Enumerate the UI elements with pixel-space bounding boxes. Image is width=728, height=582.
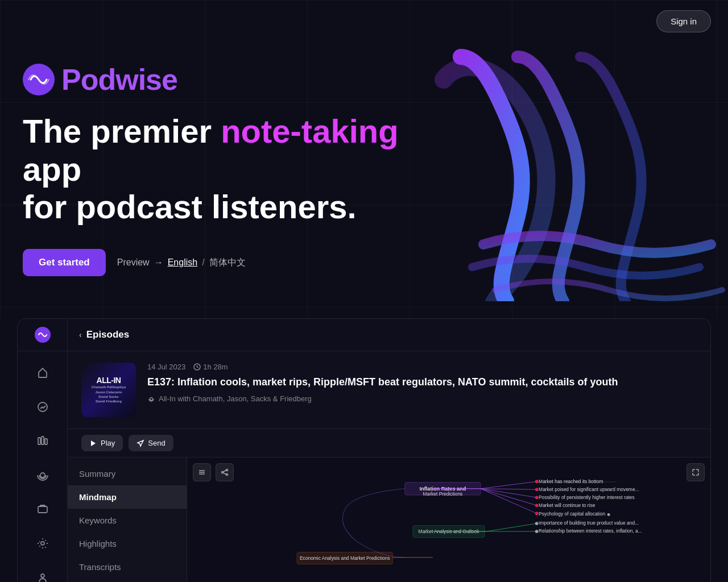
podwise-logo-icon	[23, 64, 55, 95]
svg-point-30	[535, 530, 539, 533]
hero-title-before: The premier	[23, 113, 221, 149]
episode-title: E137: Inflation cools, market rips, Ripp…	[147, 376, 697, 389]
svg-line-17	[481, 489, 536, 489]
svg-point-11	[150, 397, 153, 400]
svg-line-19	[481, 489, 536, 506]
svg-rect-7	[38, 506, 47, 513]
sidebar-icon-cards[interactable]	[32, 499, 53, 519]
svg-text:Economic Analysis and Market P: Economic Analysis and Market Predictions	[300, 555, 390, 561]
tab-shownotes[interactable]: Shownotes	[68, 579, 187, 582]
svg-point-8	[41, 542, 44, 545]
preview-row: Preview → English / 简体中文	[117, 257, 246, 269]
preview-arrow: →	[154, 257, 163, 268]
expand-icon	[692, 468, 700, 476]
page-header: Sign in	[0, 0, 728, 43]
hero-section: Podwise The premier note-taking appfor p…	[0, 0, 728, 318]
send-label: Send	[148, 439, 165, 447]
podcast-name-text: All-In with Chamath, Jason, Sacks & Frie…	[159, 394, 312, 403]
sidebar-icon-library[interactable]	[32, 431, 53, 451]
play-icon	[89, 439, 97, 447]
svg-point-15	[226, 474, 228, 476]
mindmap-toolbar	[193, 463, 234, 481]
episode-info: 14 Jul 2023 1h 28m E137: Inflation cools…	[147, 363, 697, 403]
app-logo-area	[18, 319, 68, 351]
tab-summary[interactable]: Summary	[68, 462, 187, 485]
svg-marker-12	[91, 440, 96, 446]
svg-text:Market Predictions: Market Predictions	[423, 491, 463, 497]
tab-mindmap[interactable]: Mindmap	[68, 485, 187, 509]
get-started-button[interactable]: Get started	[23, 249, 106, 276]
sidebar-icon-home[interactable]	[32, 363, 53, 383]
svg-text:Importance of building true pr: Importance of building true product valu…	[539, 520, 639, 526]
episode-date: 14 Jul 2023	[147, 363, 185, 371]
app-preview: ‹ Episodes	[17, 318, 711, 582]
back-chevron-icon[interactable]: ‹	[79, 330, 82, 339]
thumbnail-names: Chamath PalihapitiyaJason CalacanisDavid…	[92, 385, 126, 404]
play-button[interactable]: Play	[81, 435, 123, 451]
thumbnail-inner: ALL-IN Chamath PalihapitiyaJason Calacan…	[81, 363, 136, 417]
svg-point-27	[535, 504, 539, 508]
hero-title: The premier note-taking appfor podcast l…	[23, 113, 421, 226]
lang-english-link[interactable]: English	[168, 257, 197, 268]
svg-line-18	[481, 489, 536, 497]
tab-transcripts[interactable]: Transcripts	[68, 555, 187, 579]
app-header: ‹ Episodes	[18, 319, 710, 351]
lang-divider: /	[202, 257, 204, 268]
send-button[interactable]: Send	[129, 435, 173, 451]
preview-label: Preview	[117, 257, 150, 268]
episode-meta: 14 Jul 2023 1h 28m	[147, 363, 697, 371]
svg-point-44	[607, 513, 610, 516]
hero-actions: Get started Preview → English / 简体中文	[23, 249, 705, 276]
bottom-section: Summary Mindmap Keywords Highlights Tran…	[68, 458, 710, 582]
logo-text: Podwise	[61, 63, 177, 97]
send-icon	[136, 439, 144, 447]
svg-point-25	[535, 488, 539, 491]
sidebar-icon-account[interactable]	[32, 567, 53, 582]
main-content: ALL-IN Chamath PalihapitiyaJason Calacan…	[68, 351, 710, 582]
svg-text:Market poised for significant : Market poised for significant upward mov…	[539, 487, 639, 492]
sign-in-button[interactable]: Sign in	[656, 10, 711, 32]
episodes-header: ‹ Episodes	[68, 321, 140, 348]
clock-icon	[193, 363, 201, 371]
svg-text:Market will continue to rise: Market will continue to rise	[539, 502, 595, 508]
svg-point-28	[535, 512, 539, 516]
hero-title-highlight: note-taking	[221, 113, 399, 149]
hero-title-after: appfor podcast listeners.	[23, 151, 357, 226]
nav-tabs: Summary Mindmap Keywords Highlights Tran…	[68, 458, 187, 582]
controls-row: Play Send	[68, 429, 710, 458]
svg-line-21	[487, 523, 537, 531]
svg-line-20	[481, 489, 536, 514]
podcast-icon	[147, 395, 155, 403]
episodes-label: Episodes	[86, 329, 130, 340]
svg-text:Market has reached its bottom: Market has reached its bottom	[539, 479, 603, 484]
logo-row: Podwise	[23, 63, 705, 97]
episode-thumbnail: ALL-IN Chamath PalihapitiyaJason Calacan…	[81, 363, 136, 417]
svg-point-13	[226, 469, 228, 471]
episode-card: ALL-IN Chamath PalihapitiyaJason Calacan…	[68, 351, 710, 429]
duration-with-icon: 1h 28m	[193, 363, 228, 371]
list-icon	[198, 468, 206, 476]
sidebar-icons	[18, 351, 68, 582]
mindmap-list-btn[interactable]	[193, 463, 211, 481]
share-icon	[221, 468, 229, 476]
episode-duration: 1h 28m	[203, 363, 228, 371]
svg-rect-5	[45, 439, 47, 444]
mindmap-expand-btn[interactable]	[686, 463, 705, 481]
sidebar-icon-settings[interactable]	[32, 533, 53, 554]
svg-text:Possibility of persistently hi: Possibility of persistently higher inter…	[539, 494, 635, 500]
tab-highlights[interactable]: Highlights	[68, 532, 187, 555]
svg-point-24	[535, 480, 539, 483]
svg-text:Psychology of capital allocati: Psychology of capital allocation	[539, 511, 605, 517]
svg-rect-4	[42, 436, 44, 444]
thumbnail-title: ALL-IN	[97, 376, 121, 385]
podcast-name: All-In with Chamath, Jason, Sacks & Frie…	[147, 394, 697, 403]
mindmap-share-btn[interactable]	[216, 463, 234, 481]
mindmap-svg: Inflation Rates and Market Predictions M…	[187, 458, 710, 582]
sidebar-icon-podcast[interactable]	[32, 465, 53, 485]
svg-text:Relationship between interest : Relationship between interest rates, inf…	[539, 528, 642, 534]
sidebar-icon-trending[interactable]	[32, 397, 53, 417]
svg-point-14	[222, 472, 224, 473]
tab-keywords[interactable]: Keywords	[68, 509, 187, 532]
lang-chinese-link[interactable]: 简体中文	[209, 257, 246, 269]
svg-point-6	[40, 473, 45, 477]
